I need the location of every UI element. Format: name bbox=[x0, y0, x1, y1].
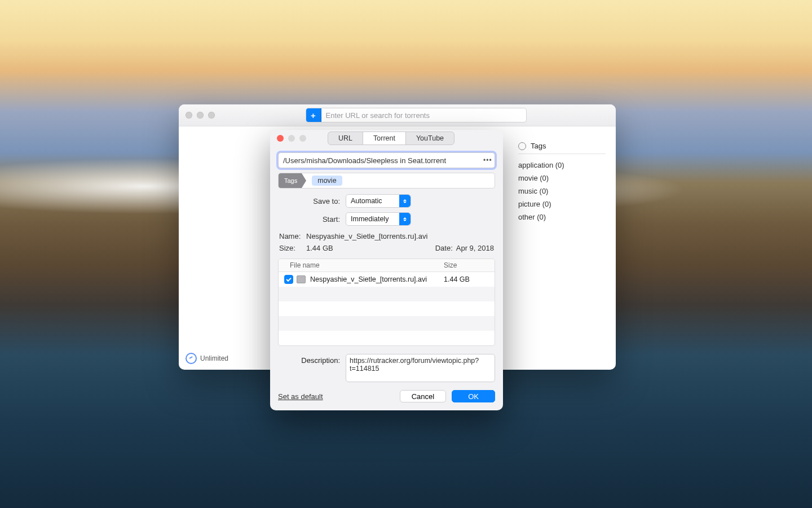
file-table: File name Size Nespyashie_v_Sietle_[torr… bbox=[278, 259, 495, 346]
table-row[interactable]: Nespyashie_v_Sietle_[torrents.ru].avi 1.… bbox=[279, 272, 495, 287]
start-label: Start: bbox=[278, 215, 346, 224]
speed-icon bbox=[186, 353, 197, 364]
video-file-icon bbox=[297, 275, 306, 283]
date-label: Date: bbox=[435, 244, 453, 252]
sidebar-item-music[interactable]: music (0) bbox=[518, 185, 606, 198]
table-row-empty bbox=[279, 316, 495, 331]
chevron-updown-icon bbox=[399, 195, 411, 207]
add-torrent-sheet: URL Torrent YouTube /Users/misha/Downloa… bbox=[270, 130, 503, 410]
sheet-close-button[interactable] bbox=[277, 135, 284, 142]
column-file-name[interactable]: File name bbox=[279, 261, 444, 269]
name-label: Name: bbox=[279, 232, 306, 240]
search-input[interactable] bbox=[321, 108, 526, 122]
sheet-titlebar: URL Torrent YouTube bbox=[270, 130, 503, 147]
tags-icon bbox=[518, 142, 526, 150]
save-to-label: Save to: bbox=[278, 197, 346, 205]
browse-button[interactable] bbox=[480, 155, 492, 166]
close-window-button[interactable] bbox=[186, 112, 192, 119]
sheet-minimize-button bbox=[288, 135, 295, 142]
sidebar-item-other[interactable]: other (0) bbox=[518, 211, 606, 224]
date-value: Apr 9, 2018 bbox=[456, 244, 494, 252]
footer-status: Unlimited bbox=[186, 353, 228, 364]
tab-youtube[interactable]: YouTube bbox=[405, 132, 454, 144]
sidebar-item-movie[interactable]: movie (0) bbox=[518, 172, 606, 185]
window-controls bbox=[186, 112, 215, 119]
table-row-empty bbox=[279, 287, 495, 301]
source-type-segmented: URL Torrent YouTube bbox=[328, 132, 454, 145]
start-select[interactable]: Immediately bbox=[346, 212, 411, 226]
table-row-empty bbox=[279, 331, 495, 345]
tab-url[interactable]: URL bbox=[328, 132, 363, 144]
column-size[interactable]: Size bbox=[444, 261, 495, 269]
ok-button[interactable]: OK bbox=[452, 390, 495, 402]
description-label: Description: bbox=[278, 354, 346, 365]
sidebar-item-application[interactable]: application (0) bbox=[518, 159, 606, 172]
save-to-value: Automatic bbox=[351, 197, 382, 205]
tags-field[interactable]: Tags movie bbox=[278, 173, 495, 189]
file-size-cell: 1.44 GB bbox=[444, 275, 495, 283]
cancel-button[interactable]: Cancel bbox=[400, 390, 446, 402]
file-name-cell: Nespyashie_v_Sietle_[torrents.ru].avi bbox=[310, 275, 444, 283]
tags-sidebar: Tags application (0) movie (0) music (0)… bbox=[518, 142, 606, 224]
size-value: 1.44 GB bbox=[306, 244, 333, 252]
chevron-updown-icon bbox=[399, 213, 411, 225]
size-label: Size: bbox=[279, 244, 306, 252]
table-row-empty bbox=[279, 301, 495, 316]
torrent-path-field[interactable]: /Users/misha/Downloads/Sleepless in Seat… bbox=[278, 152, 495, 168]
footer-status-label: Unlimited bbox=[200, 354, 228, 362]
start-value: Immediately bbox=[351, 215, 389, 223]
set-default-link[interactable]: Set as default bbox=[278, 392, 323, 401]
torrent-path-value: /Users/misha/Downloads/Sleepless in Seat… bbox=[283, 156, 446, 165]
titlebar: + bbox=[179, 104, 616, 126]
minimize-window-button[interactable] bbox=[197, 112, 204, 119]
sidebar-heading-label: Tags bbox=[531, 142, 546, 150]
file-checkbox[interactable] bbox=[284, 275, 293, 284]
desktop-wallpaper: + Tags application (0) movie (0) music (… bbox=[0, 0, 812, 508]
save-to-select[interactable]: Automatic bbox=[346, 194, 411, 208]
zoom-window-button[interactable] bbox=[208, 112, 215, 119]
name-value: Nespyashie_v_Sietle_[torrents.ru].avi bbox=[306, 232, 427, 240]
sheet-zoom-button bbox=[299, 135, 306, 142]
sidebar-item-picture[interactable]: picture (0) bbox=[518, 198, 606, 211]
description-textarea[interactable] bbox=[346, 354, 495, 382]
url-search-field: + bbox=[306, 108, 527, 122]
tags-chip-label: Tags bbox=[279, 173, 302, 188]
sidebar-heading: Tags bbox=[518, 142, 606, 154]
tag-pill-movie[interactable]: movie bbox=[312, 176, 342, 186]
add-button[interactable]: + bbox=[306, 108, 321, 122]
tab-torrent[interactable]: Torrent bbox=[363, 132, 405, 144]
